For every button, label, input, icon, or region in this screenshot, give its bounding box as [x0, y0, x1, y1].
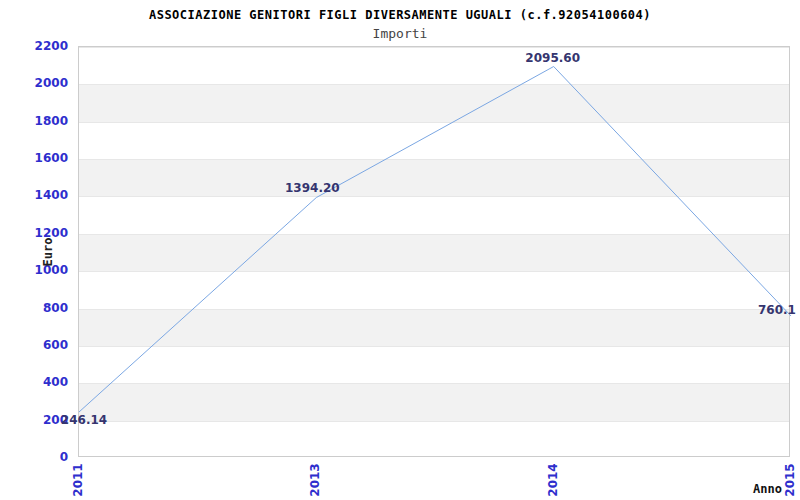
data-point-label: 2095.60 [525, 51, 580, 65]
y-tick-label: 2000 [35, 76, 68, 90]
y-tick-label: 800 [43, 301, 68, 315]
y-axis-title: Euro [28, 232, 68, 272]
data-point-label: 760.1 [758, 303, 796, 317]
chart-subtitle: Importi [0, 26, 800, 41]
y-tick-label: 600 [43, 338, 68, 352]
data-point-label: 1394.20 [285, 181, 340, 195]
line-series [79, 67, 791, 413]
chart: ASSOCIAZIONE GENITORI FIGLI DIVERSAMENTE… [0, 0, 800, 500]
x-tick-label: 2013 [296, 460, 334, 500]
x-tick-label: 2014 [534, 460, 572, 500]
line-series-svg [79, 47, 791, 458]
plot-area: 246.141394.202095.60760.1 [78, 46, 790, 457]
y-tick-label: 1800 [35, 114, 68, 128]
y-tick-label: 400 [43, 375, 68, 389]
y-tick-label: 1400 [35, 188, 68, 202]
data-point-label: 246.14 [61, 413, 107, 427]
x-axis-ticks: 2011201320142015 [0, 457, 800, 500]
x-tick-label: 2011 [59, 460, 97, 500]
chart-title: ASSOCIAZIONE GENITORI FIGLI DIVERSAMENTE… [0, 8, 800, 22]
y-tick-label: 2200 [35, 39, 68, 53]
y-tick-label: 1600 [35, 151, 68, 165]
x-axis-title: Anno [753, 482, 782, 496]
